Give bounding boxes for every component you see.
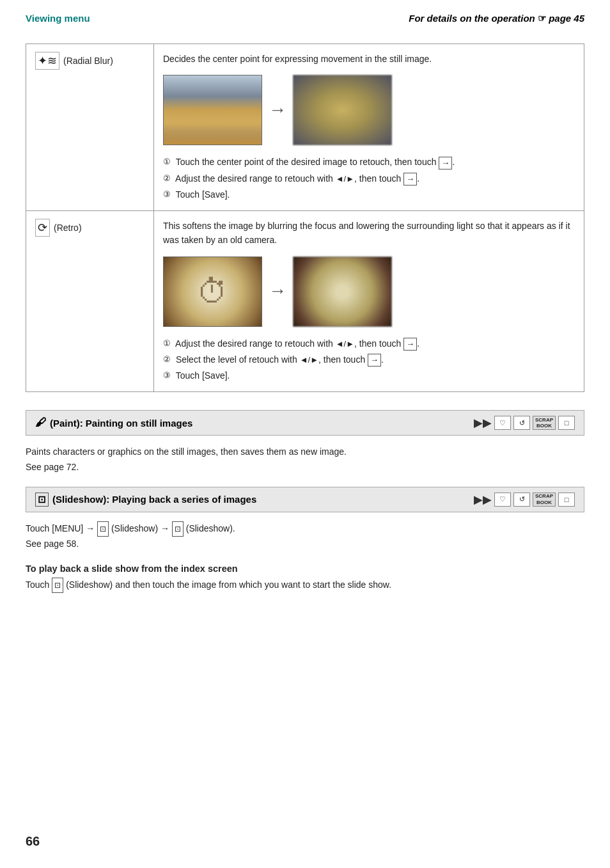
feature-label-radial-blur: ✦≋ (Radial Blur) <box>35 52 145 70</box>
retro-label: (Retro) <box>54 223 82 233</box>
retro-icon: ⟳ <box>35 219 50 237</box>
scrap-book-btn-2[interactable]: SCRAPBOOK <box>533 493 556 507</box>
rotate-icon-btn-2[interactable]: ↺ <box>513 493 530 507</box>
scrap-book-btn[interactable]: SCRAPBOOK <box>533 416 556 430</box>
slideshow-icon-inline: ⊡ <box>97 521 109 537</box>
radial-blur-label: (Radial Blur) <box>63 56 113 66</box>
heart-icon-btn[interactable]: ♡ <box>494 416 511 430</box>
arrow-right-icon: → <box>269 96 286 125</box>
arrow-box: → <box>439 157 452 170</box>
retro-description: This softens the image by blurring the f… <box>154 210 584 391</box>
slideshow-sub-body: Touch ⊡ (Slideshow) and then touch the i… <box>26 578 584 593</box>
rectangle-icon-btn-2[interactable]: □ <box>558 493 575 507</box>
slideshow-section-title: ⊡ (Slideshow): Playing back a series of … <box>35 493 256 507</box>
slideshow-icon: ⊡ <box>35 493 49 507</box>
radial-blur-description: Decides the center point for expressing … <box>154 44 584 211</box>
slideshow-icon-inline-2: ⊡ <box>172 521 184 537</box>
arrow-box-2: → <box>403 173 417 185</box>
feature-name-cell-retro: ⟳ (Retro) <box>26 210 154 391</box>
paint-body-text: Paints characters or graphics on the sti… <box>26 445 584 475</box>
arrow-box-3: → <box>403 338 417 351</box>
radial-blur-images: → <box>163 75 575 145</box>
radial-blur-after-image <box>293 75 392 145</box>
twin-screen-icon: ▶▶ <box>474 416 492 430</box>
slideshow-sub-heading: To play back a slide show from the index… <box>26 564 584 574</box>
step-3: ③ Touch [Save]. <box>163 187 575 203</box>
retro-step-3: ③ Touch [Save]. <box>163 368 575 384</box>
rectangle-icon-btn[interactable]: □ <box>558 416 575 430</box>
table-row: ⟳ (Retro) This softens the image by blur… <box>26 210 584 391</box>
feature-table: ✦≋ (Radial Blur) Decides the center poin… <box>26 43 584 392</box>
retro-after-image <box>293 256 392 327</box>
table-row: ✦≋ (Radial Blur) Decides the center poin… <box>26 44 584 211</box>
step-2: ② Adjust the desired range to retouch wi… <box>163 171 575 187</box>
radial-blur-before-image <box>163 75 262 145</box>
heart-icon-btn-2[interactable]: ♡ <box>494 493 511 507</box>
paint-section-title: 🖌 (Paint): Painting on still images <box>35 416 192 429</box>
paint-icon: 🖌 <box>35 416 46 429</box>
section-title-header: Viewing menu <box>26 13 90 24</box>
arrow-right-icon-2: → <box>269 277 286 306</box>
radial-blur-steps: ① Touch the center point of the desired … <box>163 154 575 203</box>
arrow-box-4: → <box>368 354 381 367</box>
retro-step-1: ① Adjust the desired range to retouch wi… <box>163 336 575 352</box>
retro-images: → <box>163 256 575 327</box>
step-1: ① Touch the center point of the desired … <box>163 154 575 170</box>
slideshow-section-header: ⊡ (Slideshow): Playing back a series of … <box>26 487 584 512</box>
slideshow-section-icons: ▶▶ ♡ ↺ SCRAPBOOK □ <box>474 493 575 507</box>
retro-before-image <box>163 256 262 327</box>
page-number: 66 <box>26 834 40 849</box>
operation-ref: For details on the operation ☞ page 45 <box>409 13 584 24</box>
slideshow-icon-inline-3: ⊡ <box>52 578 63 593</box>
paint-section-icons: ▶▶ ♡ ↺ SCRAPBOOK □ <box>474 416 575 430</box>
retro-step-2: ② Select the level of retouch with ◄/►, … <box>163 352 575 368</box>
slideshow-body-text: Touch [MENU] → ⊡ (Slideshow) → ⊡ (Slides… <box>26 521 584 552</box>
feature-label-retro: ⟳ (Retro) <box>35 219 145 237</box>
paint-section-header: 🖌 (Paint): Painting on still images ▶▶ ♡… <box>26 410 584 436</box>
radial-blur-icon: ✦≋ <box>35 52 59 70</box>
rotate-icon-btn[interactable]: ↺ <box>513 416 530 430</box>
retro-steps: ① Adjust the desired range to retouch wi… <box>163 336 575 384</box>
twin-screen-icon-2: ▶▶ <box>474 493 492 507</box>
feature-name-cell: ✦≋ (Radial Blur) <box>26 44 154 211</box>
page-header: Viewing menu For details on the operatio… <box>26 13 584 24</box>
